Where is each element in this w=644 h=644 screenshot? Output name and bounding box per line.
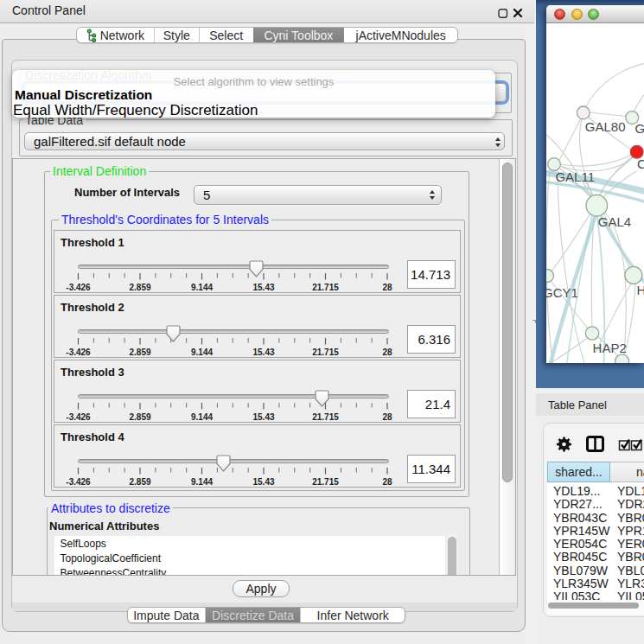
svg-text:2.859: 2.859 xyxy=(129,348,150,357)
svg-text:21.715: 21.715 xyxy=(312,283,339,292)
svg-text:GCY1: GCY1 xyxy=(546,285,578,300)
svg-text:2.859: 2.859 xyxy=(129,283,150,292)
svg-text:HA: HA xyxy=(637,283,644,297)
svg-text:-3.426: -3.426 xyxy=(66,283,91,292)
svg-text:9.144: 9.144 xyxy=(191,283,213,292)
svg-text:15.43: 15.43 xyxy=(252,283,274,292)
svg-text:28: 28 xyxy=(382,477,392,487)
svg-text:GAL80: GAL80 xyxy=(585,119,626,134)
svg-text:GA: GA xyxy=(635,121,644,136)
svg-text:28: 28 xyxy=(382,283,392,292)
svg-text:2.859: 2.859 xyxy=(129,477,150,487)
svg-text:21.715: 21.715 xyxy=(312,477,339,487)
svg-text:9.144: 9.144 xyxy=(191,477,213,487)
svg-text:CD: CD xyxy=(637,156,644,171)
svg-text:21.715: 21.715 xyxy=(312,348,339,357)
svg-text:9.144: 9.144 xyxy=(191,412,213,422)
svg-text:-3.426: -3.426 xyxy=(66,477,91,487)
svg-text:9.144: 9.144 xyxy=(191,348,213,357)
svg-text:28: 28 xyxy=(382,348,392,357)
svg-text:15.43: 15.43 xyxy=(252,348,274,357)
svg-text:GAL4: GAL4 xyxy=(598,214,631,229)
svg-text:2.859: 2.859 xyxy=(129,412,150,422)
svg-text:-3.426: -3.426 xyxy=(66,348,91,357)
svg-text:GAL11: GAL11 xyxy=(555,169,595,184)
svg-text:15.43: 15.43 xyxy=(252,412,274,422)
svg-text:21.715: 21.715 xyxy=(312,412,339,422)
svg-text:28: 28 xyxy=(382,412,392,422)
svg-text:-3.426: -3.426 xyxy=(66,412,91,422)
svg-text:HAP2: HAP2 xyxy=(593,341,627,355)
svg-text:15.43: 15.43 xyxy=(252,477,274,487)
